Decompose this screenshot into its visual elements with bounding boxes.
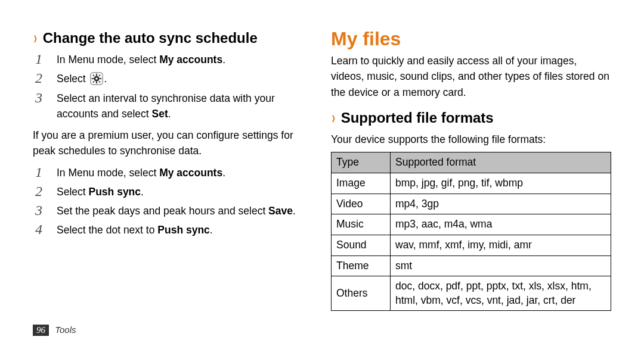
- svg-rect-9: [98, 81, 100, 83]
- step-text: Select: [57, 73, 89, 85]
- step-text: .: [222, 167, 225, 179]
- step-bold: My accounts: [159, 54, 222, 66]
- table-row: Image bmp, jpg, gif, png, tif, wbmp: [332, 173, 611, 194]
- table-row: Video mp4, 3gp: [332, 194, 611, 214]
- cell-format: doc, docx, pdf, ppt, pptx, txt, xls, xls…: [391, 276, 611, 311]
- table-header-type: Type: [332, 152, 391, 173]
- chapter-name: Tools: [55, 325, 76, 335]
- step-item: Select Push sync.: [57, 184, 313, 200]
- cell-format: smt: [391, 255, 611, 276]
- step-text: In Menu mode, select: [57, 167, 159, 179]
- page: ›Change the auto sync schedule In Menu m…: [0, 0, 644, 349]
- step-text: .: [210, 224, 213, 236]
- subheading-auto-sync-text: Change the auto sync schedule: [43, 30, 258, 47]
- svg-point-10: [95, 78, 98, 80]
- step-bold: Save: [268, 205, 293, 217]
- subheading-supported-formats: ›Supported file formats: [331, 108, 611, 127]
- svg-rect-5: [99, 79, 101, 80]
- table-row: Others doc, docx, pdf, ppt, pptx, txt, x…: [332, 276, 611, 311]
- cell-format: mp4, 3gp: [391, 194, 611, 214]
- svg-rect-6: [92, 74, 94, 76]
- my-files-intro: Learn to quickly and easily access all o…: [331, 53, 611, 100]
- cell-type: Theme: [332, 255, 391, 276]
- cell-type: Others: [332, 276, 391, 311]
- step-item: Select an interval to synchronise data w…: [57, 91, 313, 122]
- step-text: .: [168, 108, 171, 120]
- page-footer: 96 Tools: [33, 325, 76, 336]
- subheading-supported-formats-text: Supported file formats: [341, 110, 494, 127]
- right-column: My files Learn to quickly and easily acc…: [331, 29, 611, 311]
- step-text: .: [222, 54, 225, 66]
- subheading-auto-sync: ›Change the auto sync schedule: [33, 29, 313, 47]
- steps-list-1: In Menu mode, select My accounts. Select: [33, 52, 313, 121]
- svg-rect-8: [92, 81, 94, 83]
- cell-format: wav, mmf, xmf, imy, midi, amr: [391, 235, 611, 255]
- table-header-row: Type Supported format: [332, 152, 611, 173]
- step-text: .: [293, 205, 296, 217]
- step-item: Select: [57, 71, 313, 86]
- step-bold: Set: [152, 108, 168, 120]
- supported-formats-lead: Your device supports the following file …: [331, 132, 611, 147]
- gear-icon: [90, 72, 103, 85]
- svg-rect-2: [96, 74, 97, 76]
- cell-type: Sound: [332, 235, 391, 255]
- chevron-icon: ›: [34, 27, 38, 48]
- step-text: Set the peak days and peak hours and sel…: [57, 205, 268, 217]
- cell-type: Video: [332, 194, 391, 214]
- step-bold: Push sync: [89, 186, 141, 198]
- step-text: Select the dot next to: [57, 224, 157, 236]
- step-text: Select: [57, 186, 89, 198]
- cell-format: mp3, aac, m4a, wma: [391, 214, 611, 235]
- formats-table: Type Supported format Image bmp, jpg, gi…: [331, 152, 611, 311]
- two-column-layout: ›Change the auto sync schedule In Menu m…: [33, 29, 611, 311]
- table-row: Theme smt: [332, 255, 611, 276]
- step-bold: My accounts: [159, 167, 222, 179]
- svg-rect-4: [91, 79, 94, 80]
- step-item: Set the peak days and peak hours and sel…: [57, 203, 313, 219]
- premium-note: If you are a premium user, you can confi…: [33, 127, 313, 159]
- chevron-icon: ›: [332, 107, 336, 127]
- table-row: Sound wav, mmf, xmf, imy, midi, amr: [332, 235, 611, 255]
- svg-rect-3: [96, 82, 97, 84]
- section-title-my-files: My files: [331, 29, 611, 49]
- step-item: In Menu mode, select My accounts.: [57, 52, 313, 67]
- cell-type: Image: [332, 173, 391, 194]
- cell-type: Music: [332, 214, 391, 235]
- step-item: In Menu mode, select My accounts.: [57, 165, 313, 180]
- table-row: Music mp3, aac, m4a, wma: [332, 214, 611, 235]
- page-number: 96: [33, 325, 49, 336]
- step-bold: Push sync: [157, 224, 210, 236]
- step-text: .: [104, 73, 107, 85]
- table-header-format: Supported format: [391, 152, 611, 173]
- steps-list-2: In Menu mode, select My accounts. Select…: [33, 165, 313, 238]
- step-text: .: [141, 186, 144, 198]
- step-text: In Menu mode, select: [57, 54, 159, 66]
- step-item: Select the dot next to Push sync.: [57, 222, 313, 238]
- svg-rect-7: [98, 74, 100, 76]
- cell-format: bmp, jpg, gif, png, tif, wbmp: [391, 173, 611, 194]
- left-column: ›Change the auto sync schedule In Menu m…: [33, 29, 313, 311]
